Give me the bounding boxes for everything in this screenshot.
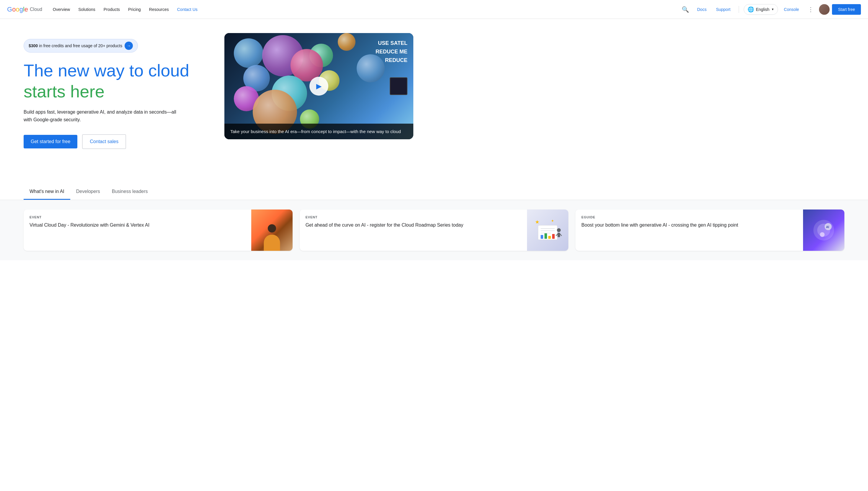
card-3-ai: AI	[803, 209, 844, 251]
card-2-chart: ★ ✦	[527, 209, 568, 251]
badge-text: $300 in free credits and free usage of 2…	[29, 44, 122, 48]
chevron-down-icon: ▼	[771, 8, 774, 11]
card-3[interactable]: EGUIDE Boost your bottom line with gener…	[576, 209, 844, 251]
card-1-text: EVENT Virtual Cloud Day - Revolutionize …	[24, 209, 251, 251]
svg-rect-7	[545, 233, 548, 239]
card-1-title: Virtual Cloud Day - Revolutionize with G…	[30, 222, 245, 228]
card-2[interactable]: EVENT Get ahead of the curve on AI - reg…	[300, 209, 569, 251]
cards-section: EVENT Virtual Cloud Day - Revolutionize …	[0, 200, 868, 260]
play-button[interactable]: ▶	[309, 77, 328, 96]
video-caption: Take your business into the AI era—from …	[224, 124, 413, 139]
card-1-person	[251, 209, 292, 251]
start-free-button[interactable]: Start free	[832, 4, 861, 15]
hero-title-line2: starts here	[24, 82, 213, 102]
svg-point-10	[557, 228, 561, 232]
tabs-nav: What's new in AI Developers Business lea…	[24, 184, 844, 200]
google-logo-text: Google	[7, 6, 28, 13]
tab-developers[interactable]: Developers	[70, 184, 106, 200]
person-head	[268, 224, 276, 233]
nav-separator	[739, 6, 739, 13]
more-icon: ⋮	[808, 6, 814, 13]
tab-business-leaders[interactable]: Business leaders	[106, 184, 154, 200]
avatar[interactable]	[819, 4, 830, 15]
overlay-line3: REDUCE	[375, 56, 408, 65]
tab-whats-new-ai[interactable]: What's new in AI	[24, 184, 70, 200]
nav-right: 🔍 Docs Support 🌐 English ▼ Console ⋮ Sta…	[679, 3, 861, 16]
hero-description: Build apps fast, leverage generative AI,…	[24, 108, 177, 123]
globe-icon: 🌐	[748, 6, 754, 13]
video-overlay: USE SATEL REDUCE ME REDUCE	[375, 39, 408, 64]
language-selector[interactable]: 🌐 English ▼	[744, 4, 778, 15]
card-3-label: EGUIDE	[581, 215, 797, 219]
card-3-title: Boost your bottom line with generative A…	[581, 222, 797, 228]
svg-line-13	[560, 234, 562, 236]
nav-links: Overview Solutions Products Pricing Reso…	[49, 5, 677, 14]
navbar: Google Cloud Overview Solutions Products…	[0, 0, 868, 19]
card-2-image: ★ ✦	[527, 209, 568, 251]
hero-section: $300 in free credits and free usage of 2…	[0, 19, 868, 184]
get-started-button[interactable]: Get started for free	[24, 135, 77, 148]
card-2-text: EVENT Get ahead of the curve on AI - reg…	[300, 209, 527, 251]
play-icon: ▶	[316, 82, 321, 90]
nav-products[interactable]: Products	[100, 5, 123, 14]
more-options-button[interactable]: ⋮	[805, 3, 817, 16]
docs-link[interactable]: Docs	[694, 5, 710, 14]
nav-overview[interactable]: Overview	[49, 5, 74, 14]
card-3-text: EGUIDE Boost your bottom line with gener…	[576, 209, 803, 251]
card-2-label: EVENT	[306, 215, 522, 219]
svg-point-17	[820, 232, 824, 237]
chart-svg: ★ ✦	[532, 214, 564, 246]
card-1[interactable]: EVENT Virtual Cloud Day - Revolutionize …	[24, 209, 292, 251]
support-link[interactable]: Support	[712, 5, 734, 14]
nav-pricing[interactable]: Pricing	[124, 5, 144, 14]
tabs-section: What's new in AI Developers Business lea…	[0, 184, 868, 200]
svg-rect-8	[548, 236, 551, 239]
overlay-line1: USE SATEL	[375, 39, 408, 48]
hero-title-line1: The new way to cloud	[24, 61, 213, 81]
person-body	[264, 235, 280, 251]
bubble-4	[338, 33, 356, 51]
logo[interactable]: Google Cloud	[7, 6, 42, 13]
svg-text:★: ★	[535, 219, 539, 225]
promo-badge[interactable]: $300 in free credits and free usage of 2…	[24, 39, 138, 53]
card-1-label: EVENT	[30, 215, 245, 219]
video-thumbnail-card	[390, 77, 408, 95]
svg-rect-9	[552, 234, 555, 239]
ai-graphic: AI	[812, 219, 836, 242]
card-2-title: Get ahead of the curve on AI - register …	[306, 222, 522, 228]
cloud-text: Cloud	[30, 7, 42, 12]
svg-text:✦: ✦	[551, 219, 554, 223]
card-1-image	[251, 209, 292, 251]
nav-contact-us[interactable]: Contact Us	[174, 5, 201, 14]
hero-right: USE SATEL REDUCE ME REDUCE ▶ Take your b…	[224, 33, 413, 139]
hero-left: $300 in free credits and free usage of 2…	[24, 33, 213, 149]
overlay-line2: REDUCE ME	[375, 48, 408, 56]
nav-solutions[interactable]: Solutions	[75, 5, 99, 14]
language-label: English	[756, 7, 769, 12]
svg-rect-11	[558, 233, 560, 237]
person-silhouette	[261, 224, 282, 251]
nav-resources[interactable]: Resources	[145, 5, 172, 14]
hero-actions: Get started for free Contact sales	[24, 134, 213, 149]
bubble-1	[234, 38, 263, 68]
svg-rect-6	[541, 235, 543, 239]
avatar-image	[819, 4, 830, 15]
svg-text:AI: AI	[826, 225, 829, 229]
card-3-image: AI	[803, 209, 844, 251]
contact-sales-button[interactable]: Contact sales	[82, 134, 126, 149]
search-button[interactable]: 🔍	[679, 3, 691, 16]
console-link[interactable]: Console	[780, 5, 803, 14]
badge-arrow-icon: →	[124, 41, 133, 50]
search-icon: 🔍	[682, 6, 689, 13]
hero-video[interactable]: USE SATEL REDUCE ME REDUCE ▶ Take your b…	[224, 33, 413, 139]
